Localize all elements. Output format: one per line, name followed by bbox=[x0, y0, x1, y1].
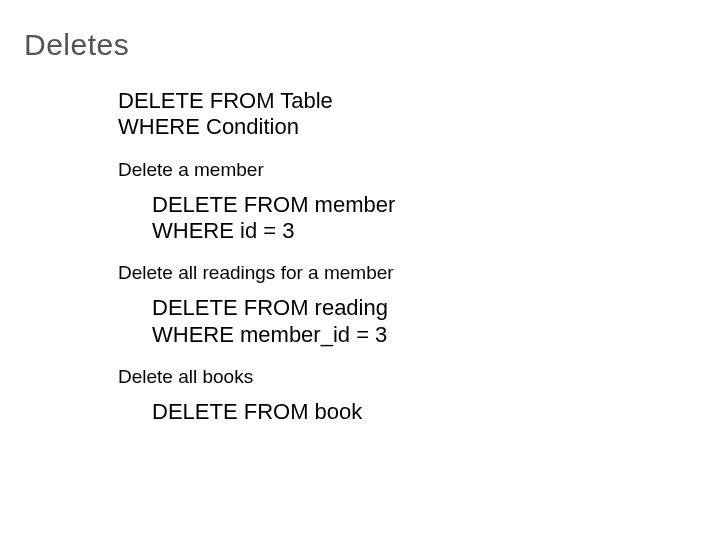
code-block: DELETE FROM book bbox=[152, 399, 395, 425]
code-line-2: WHERE member_id = 3 bbox=[152, 322, 395, 348]
code-block: DELETE FROM member WHERE id = 3 bbox=[152, 192, 395, 245]
section-label: Delete all books bbox=[118, 366, 395, 389]
code-line-2: WHERE id = 3 bbox=[152, 218, 395, 244]
syntax-block: DELETE FROM Table WHERE Condition bbox=[118, 88, 395, 141]
section-label: Delete a member bbox=[118, 159, 395, 182]
slide: Deletes DELETE FROM Table WHERE Conditio… bbox=[0, 0, 720, 540]
slide-content: DELETE FROM Table WHERE Condition Delete… bbox=[118, 88, 395, 443]
code-line-1: DELETE FROM member bbox=[152, 192, 395, 218]
slide-title: Deletes bbox=[24, 28, 129, 62]
code-line-1: DELETE FROM reading bbox=[152, 295, 395, 321]
code-block: DELETE FROM reading WHERE member_id = 3 bbox=[152, 295, 395, 348]
syntax-line-1: DELETE FROM Table bbox=[118, 88, 395, 114]
code-line-1: DELETE FROM book bbox=[152, 399, 395, 425]
section-label: Delete all readings for a member bbox=[118, 262, 395, 285]
syntax-line-2: WHERE Condition bbox=[118, 114, 395, 140]
